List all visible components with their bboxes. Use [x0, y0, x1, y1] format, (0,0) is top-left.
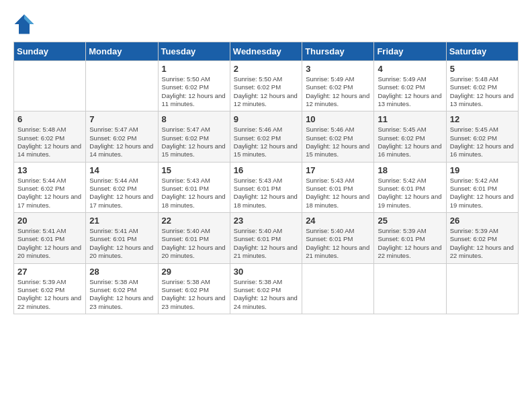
day-cell	[14, 61, 86, 111]
week-row-1: 1Sunrise: 5:50 AM Sunset: 6:02 PM Daylig…	[14, 61, 519, 111]
day-number: 30	[234, 267, 298, 277]
day-number: 9	[234, 114, 298, 124]
day-cell: 5Sunrise: 5:48 AM Sunset: 6:02 PM Daylig…	[446, 61, 518, 111]
day-header-friday: Friday	[374, 42, 446, 61]
day-info: Sunrise: 5:43 AM Sunset: 6:01 PM Dayligh…	[162, 177, 226, 210]
day-cell: 4Sunrise: 5:49 AM Sunset: 6:02 PM Daylig…	[374, 61, 446, 111]
day-cell: 29Sunrise: 5:38 AM Sunset: 6:02 PM Dayli…	[158, 263, 230, 314]
day-number: 5	[450, 64, 515, 74]
day-info: Sunrise: 5:47 AM Sunset: 6:02 PM Dayligh…	[89, 126, 154, 158]
day-cell	[302, 263, 374, 314]
day-number: 6	[17, 114, 82, 124]
day-info: Sunrise: 5:45 AM Sunset: 6:02 PM Dayligh…	[378, 126, 442, 158]
day-info: Sunrise: 5:38 AM Sunset: 6:02 PM Dayligh…	[234, 278, 298, 311]
day-cell: 2Sunrise: 5:50 AM Sunset: 6:02 PM Daylig…	[230, 61, 302, 111]
day-cell	[374, 263, 446, 314]
header-row: SundayMondayTuesdayWednesdayThursdayFrid…	[14, 42, 519, 61]
day-number: 11	[378, 114, 442, 124]
day-info: Sunrise: 5:45 AM Sunset: 6:02 PM Dayligh…	[450, 126, 515, 158]
day-header-tuesday: Tuesday	[158, 42, 230, 61]
day-cell: 12Sunrise: 5:45 AM Sunset: 6:02 PM Dayli…	[446, 111, 518, 162]
day-number: 12	[450, 114, 515, 124]
day-number: 20	[17, 216, 82, 226]
day-cell: 14Sunrise: 5:44 AM Sunset: 6:02 PM Dayli…	[86, 162, 158, 212]
day-info: Sunrise: 5:40 AM Sunset: 6:01 PM Dayligh…	[306, 227, 370, 260]
day-number: 3	[306, 64, 370, 74]
day-info: Sunrise: 5:50 AM Sunset: 6:02 PM Dayligh…	[162, 75, 226, 108]
day-info: Sunrise: 5:40 AM Sunset: 6:01 PM Dayligh…	[162, 227, 226, 260]
week-row-2: 6Sunrise: 5:48 AM Sunset: 6:02 PM Daylig…	[14, 111, 519, 162]
day-cell: 25Sunrise: 5:39 AM Sunset: 6:01 PM Dayli…	[374, 213, 446, 263]
calendar-table: SundayMondayTuesdayWednesdayThursdayFrid…	[13, 42, 519, 314]
day-cell: 11Sunrise: 5:45 AM Sunset: 6:02 PM Dayli…	[374, 111, 446, 162]
day-info: Sunrise: 5:44 AM Sunset: 6:02 PM Dayligh…	[17, 177, 82, 210]
day-info: Sunrise: 5:42 AM Sunset: 6:01 PM Dayligh…	[378, 177, 442, 210]
day-number: 26	[450, 216, 515, 226]
day-cell: 9Sunrise: 5:46 AM Sunset: 6:02 PM Daylig…	[230, 111, 302, 162]
day-header-saturday: Saturday	[446, 42, 518, 61]
day-info: Sunrise: 5:44 AM Sunset: 6:02 PM Dayligh…	[89, 177, 154, 210]
day-info: Sunrise: 5:49 AM Sunset: 6:02 PM Dayligh…	[378, 75, 442, 108]
day-cell: 13Sunrise: 5:44 AM Sunset: 6:02 PM Dayli…	[14, 162, 86, 212]
day-cell: 22Sunrise: 5:40 AM Sunset: 6:01 PM Dayli…	[158, 213, 230, 263]
day-cell: 24Sunrise: 5:40 AM Sunset: 6:01 PM Dayli…	[302, 213, 374, 263]
day-number: 29	[162, 267, 226, 277]
day-info: Sunrise: 5:43 AM Sunset: 6:01 PM Dayligh…	[306, 177, 370, 210]
day-number: 19	[450, 165, 515, 175]
day-info: Sunrise: 5:43 AM Sunset: 6:01 PM Dayligh…	[234, 177, 298, 210]
day-cell: 23Sunrise: 5:40 AM Sunset: 6:01 PM Dayli…	[230, 213, 302, 263]
day-number: 27	[17, 267, 82, 277]
day-info: Sunrise: 5:48 AM Sunset: 6:02 PM Dayligh…	[17, 126, 82, 158]
day-number: 23	[234, 216, 298, 226]
day-cell: 20Sunrise: 5:41 AM Sunset: 6:01 PM Dayli…	[14, 213, 86, 263]
day-info: Sunrise: 5:42 AM Sunset: 6:01 PM Dayligh…	[450, 177, 515, 210]
day-info: Sunrise: 5:48 AM Sunset: 6:02 PM Dayligh…	[450, 75, 515, 108]
week-row-5: 27Sunrise: 5:39 AM Sunset: 6:02 PM Dayli…	[14, 263, 519, 314]
week-row-4: 20Sunrise: 5:41 AM Sunset: 6:01 PM Dayli…	[14, 213, 519, 263]
day-number: 15	[162, 165, 226, 175]
calendar-header: SundayMondayTuesdayWednesdayThursdayFrid…	[14, 42, 519, 61]
day-header-thursday: Thursday	[302, 42, 374, 61]
day-info: Sunrise: 5:39 AM Sunset: 6:02 PM Dayligh…	[450, 227, 515, 260]
day-cell: 19Sunrise: 5:42 AM Sunset: 6:01 PM Dayli…	[446, 162, 518, 212]
logo	[13, 13, 38, 35]
day-header-wednesday: Wednesday	[230, 42, 302, 61]
day-cell	[446, 263, 518, 314]
day-number: 1	[162, 64, 226, 74]
day-number: 25	[378, 216, 442, 226]
day-info: Sunrise: 5:47 AM Sunset: 6:02 PM Dayligh…	[162, 126, 226, 158]
day-cell: 28Sunrise: 5:38 AM Sunset: 6:02 PM Dayli…	[86, 263, 158, 314]
day-cell: 3Sunrise: 5:49 AM Sunset: 6:02 PM Daylig…	[302, 61, 374, 111]
day-cell: 7Sunrise: 5:47 AM Sunset: 6:02 PM Daylig…	[86, 111, 158, 162]
day-number: 13	[17, 165, 82, 175]
day-cell: 17Sunrise: 5:43 AM Sunset: 6:01 PM Dayli…	[302, 162, 374, 212]
day-info: Sunrise: 5:50 AM Sunset: 6:02 PM Dayligh…	[234, 75, 298, 108]
day-info: Sunrise: 5:41 AM Sunset: 6:01 PM Dayligh…	[89, 227, 154, 260]
day-number: 24	[306, 216, 370, 226]
day-header-monday: Monday	[86, 42, 158, 61]
day-cell: 27Sunrise: 5:39 AM Sunset: 6:02 PM Dayli…	[14, 263, 86, 314]
day-info: Sunrise: 5:39 AM Sunset: 6:01 PM Dayligh…	[378, 227, 442, 260]
day-number: 7	[89, 114, 154, 124]
day-info: Sunrise: 5:46 AM Sunset: 6:02 PM Dayligh…	[306, 126, 370, 158]
day-header-sunday: Sunday	[14, 42, 86, 61]
week-row-3: 13Sunrise: 5:44 AM Sunset: 6:02 PM Dayli…	[14, 162, 519, 212]
day-number: 10	[306, 114, 370, 124]
day-number: 2	[234, 64, 298, 74]
day-info: Sunrise: 5:39 AM Sunset: 6:02 PM Dayligh…	[17, 278, 82, 311]
day-cell: 16Sunrise: 5:43 AM Sunset: 6:01 PM Dayli…	[230, 162, 302, 212]
calendar-body: 1Sunrise: 5:50 AM Sunset: 6:02 PM Daylig…	[14, 61, 519, 314]
day-cell: 1Sunrise: 5:50 AM Sunset: 6:02 PM Daylig…	[158, 61, 230, 111]
day-number: 21	[89, 216, 154, 226]
day-cell: 18Sunrise: 5:42 AM Sunset: 6:01 PM Dayli…	[374, 162, 446, 212]
page-container: SundayMondayTuesdayWednesdayThursdayFrid…	[13, 13, 519, 314]
day-info: Sunrise: 5:38 AM Sunset: 6:02 PM Dayligh…	[162, 278, 226, 311]
day-cell: 8Sunrise: 5:47 AM Sunset: 6:02 PM Daylig…	[158, 111, 230, 162]
day-cell: 30Sunrise: 5:38 AM Sunset: 6:02 PM Dayli…	[230, 263, 302, 314]
day-cell: 26Sunrise: 5:39 AM Sunset: 6:02 PM Dayli…	[446, 213, 518, 263]
day-info: Sunrise: 5:40 AM Sunset: 6:01 PM Dayligh…	[234, 227, 298, 260]
page-header	[13, 13, 519, 35]
day-number: 8	[162, 114, 226, 124]
day-cell: 21Sunrise: 5:41 AM Sunset: 6:01 PM Dayli…	[86, 213, 158, 263]
day-number: 18	[378, 165, 442, 175]
